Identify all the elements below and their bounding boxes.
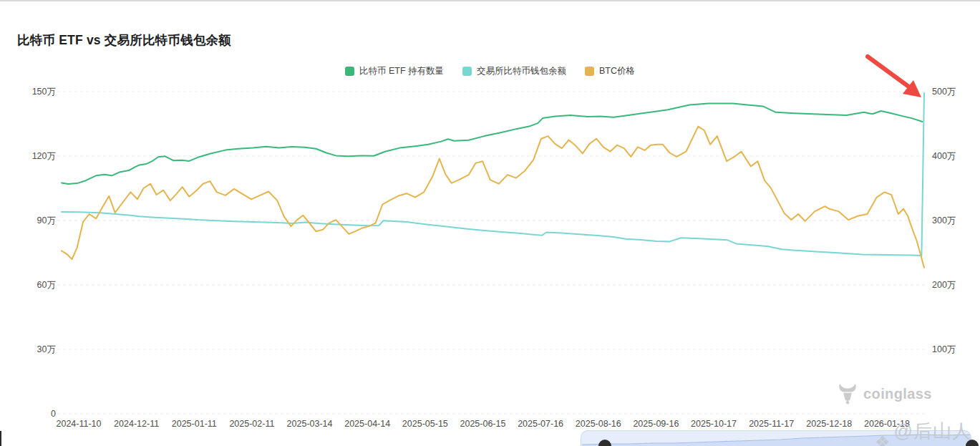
y-left-tick: 150万 — [14, 86, 56, 98]
x-tick: 2025-12-18 — [806, 419, 852, 429]
coinglass-logo-text: coinglass — [863, 386, 932, 402]
coinglass-bull-icon — [838, 383, 858, 404]
x-tick: 2025-07-16 — [518, 419, 563, 429]
x-tick: 2025-05-15 — [402, 419, 448, 429]
x-tick: 2025-10-17 — [691, 419, 737, 429]
user-watermark: ❖ @后山人_ — [875, 419, 980, 446]
coinglass-watermark: coinglass — [838, 383, 932, 404]
x-tick: 2025-08-16 — [576, 419, 621, 429]
y-right-tick: 500万 — [932, 86, 956, 98]
y-right-tick: 300万 — [932, 215, 956, 227]
gem-icon: ❖ — [875, 434, 891, 446]
x-tick: 2025-01-11 — [172, 419, 217, 429]
y-left-tick: 0 — [14, 409, 56, 419]
series-line-etf-holdings — [62, 104, 923, 185]
series-line-btc-price — [62, 127, 924, 268]
y-right-tick: 200万 — [932, 279, 956, 291]
y-right-tick: 100万 — [932, 344, 956, 356]
x-tick: 2025-03-14 — [287, 419, 333, 429]
x-tick: 2025-04-14 — [344, 419, 390, 429]
x-tick: 2025-11-17 — [749, 419, 794, 429]
annotation-arrow-shaft — [868, 57, 908, 86]
x-tick: 2025-09-16 — [633, 419, 679, 429]
main-chart — [0, 1, 980, 446]
x-tick: 2025-06-15 — [460, 419, 505, 429]
x-tick: 2024-11-10 — [56, 419, 101, 429]
x-tick: 2024-12-11 — [114, 419, 159, 429]
y-left-tick: 30万 — [14, 344, 56, 356]
user-watermark-text: @后山人_ — [894, 419, 980, 446]
y-left-tick: 90万 — [14, 215, 56, 227]
x-tick: 2025-02-11 — [229, 419, 274, 429]
screen-edge-sliver — [0, 431, 1, 446]
series-line-exchange-balance — [62, 93, 924, 256]
y-left-tick: 120万 — [14, 150, 56, 163]
y-left-tick: 60万 — [14, 279, 56, 291]
y-right-tick: 400万 — [932, 150, 956, 163]
